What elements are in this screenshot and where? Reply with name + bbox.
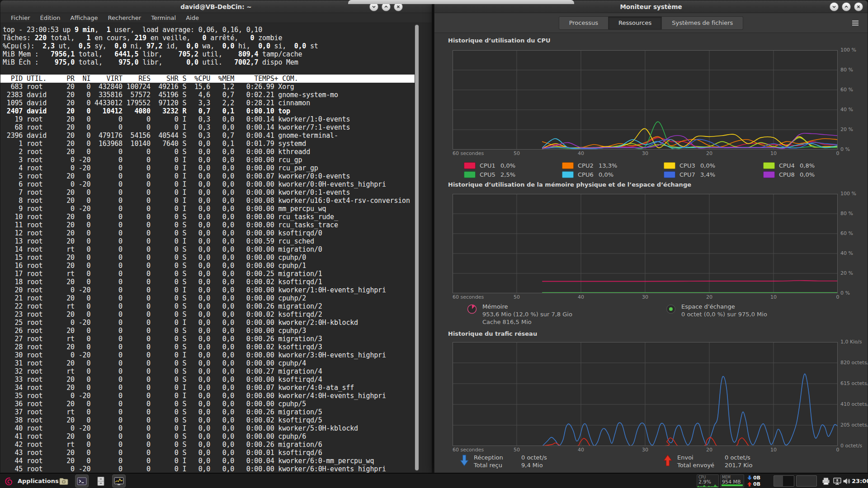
process-table-header: PID UTIL. PR NI VIRT RES SHR S %CPU %MEM… [0,75,415,83]
process-row: 2383 david 20 0 335816 57572 45196 S 4,6… [0,91,432,99]
process-row: 15 root 20 0 0 0 0 S 0,0 0,0 0:00.00 cpu… [0,253,432,262]
system-monitor-launcher[interactable] [112,474,126,488]
tab-processus[interactable]: Processus [559,16,609,30]
tab-bar: ProcessusRessourcesSystèmes de fichiers [559,16,744,30]
axis-tick-label: 0 [836,447,840,453]
files-launcher[interactable] [57,474,71,488]
top-summary-line: %Cpu(s): 2,3 ut, 0,5 sy, 0,0 ni, 97,2 id… [0,42,432,50]
process-row: 35 root 0 -20 0 0 0 I 0,0 0,0 0:00.00 kw… [0,392,432,400]
axis-tick-label: 60 secondes [453,447,484,453]
menu-item-aide[interactable]: Aide [181,13,204,23]
volume-tray-button[interactable] [842,476,852,486]
axis-tick-label: 205 octets/s [840,422,868,428]
axis-tick-label: 100 % [840,191,856,197]
cpu-legend-item-cpu2: CPU213,3% [562,162,664,169]
cpu-history-plot [453,50,838,150]
workspace-1-button[interactable] [774,475,794,487]
cpu-legend-item-cpu6: CPU60,0% [562,171,664,178]
cpu-sparkline [697,483,718,487]
network-history-chart: 1,0 Kio/s820 octets/s615 octets/s410 oct… [453,342,838,446]
network-x-axis: 60 secondes50403020100 [453,447,838,453]
display-tray-button[interactable] [832,476,842,486]
process-row: 23 root 20 0 0 0 0 S 0,0 0,0 0:00.02 kso… [0,310,432,319]
file-cabinet-icon [95,476,106,487]
tab-syste-mes-de-fichiers[interactable]: Systèmes de fichiers [662,16,743,30]
net-down-value: 0B [753,475,760,481]
sent-total-label: Total envoyé [677,461,725,469]
process-row: 10 root 20 0 0 0 0 S 0,0 0,0 0:00.00 rcu… [0,213,432,221]
process-row: 11 root 20 0 0 0 0 S 0,0 0,0 0:00.00 rcu… [0,221,432,229]
memory-history-plot [453,194,838,293]
close-button[interactable] [854,2,863,11]
terminal-menubar: FichierÉditionAffichageRechercherTermina… [0,13,432,23]
workspace-windows-preview [783,476,794,486]
maximize-button[interactable] [842,2,851,11]
axis-tick-label: 820 octets/s [840,360,868,366]
applications-menu-button[interactable]: Applications [4,474,59,488]
send-rate: 0 octet/s [725,454,752,461]
process-row: 683 root 20 0 432840 100724 49216 S 15,6… [0,83,432,91]
axis-tick-label: 40 [578,447,584,453]
process-row: 4 root 0 -20 0 0 0 I 0,0 0,0 0:00.00 rcu… [0,164,432,172]
workspace-2-button[interactable] [796,475,817,487]
axis-tick-label: 20 % [840,270,853,276]
memory-section-title: Historique d’utilisation de la mémoire p… [448,181,691,188]
taskbar-panel: Applications [0,473,868,488]
minimize-button[interactable] [830,2,839,11]
process-row: 44 root 20 0 0 0 0 I 0,0 0,0 0:00.04 kwo… [0,457,432,465]
legend-swatch [464,171,476,178]
menu-item-fichier[interactable]: Fichier [6,13,35,23]
cpu-legend-item-cpu7: CPU73,4% [664,171,763,178]
terminal-scrollbar[interactable] [415,24,419,471]
process-row: 8 root 20 0 0 0 0 I 0,0 0,0 0:00.08 kwor… [0,197,432,205]
top-summary-line: top - 23:00:53 up 9 min, 1 user, load av… [0,26,432,34]
process-row: 68 root 20 0 0 0 0 I 0,3 0,0 0:00.14 kwo… [0,123,432,131]
cpu-legend-item-cpu5: CPU52,5% [464,171,562,178]
menu-button[interactable] [849,17,862,29]
tab-ressources[interactable]: Ressources [609,16,662,30]
process-row: 37 root rt 0 0 0 0 S 0,0 0,0 0:00.26 mig… [0,408,432,416]
scrollbar-thumb[interactable] [415,25,419,470]
menu-item-terminal[interactable]: Terminal [146,13,181,23]
hamburger-icon [852,20,859,26]
speaker-icon [842,477,851,486]
memory-cache-text: Cache 816,5 Mio [482,318,572,326]
cpu-legend-item-cpu3: CPU30,0% [664,162,763,169]
terminal-window: david@VB-DebCin: ~ FichierÉditionAfficha… [0,0,432,473]
legend-swatch [763,162,775,169]
file-cabinet-launcher[interactable] [94,474,108,488]
menu-item-edition[interactable]: Édition [35,13,66,23]
process-row: 14 root rt 0 0 0 0 S 0,0 0,0 0:00.00 mig… [0,245,432,253]
menu-item-rechercher[interactable]: Rechercher [103,13,146,23]
menu-item-affichage[interactable]: Affichage [65,13,103,23]
chevron-down-icon [371,4,377,9]
terminal-launcher[interactable] [75,474,89,488]
process-row: 22 root rt 0 0 0 0 S 0,0 0,0 0:00.26 mig… [0,302,432,310]
memory-applet[interactable]: MEM 954 MB [720,474,744,488]
clock[interactable]: 23:00 [852,474,868,488]
process-row: 26 root 20 0 0 0 0 S 0,0 0,0 0:00.00 cpu… [0,327,432,335]
memory-history-chart: 100 %80 %60 %40 %20 %0 % 60 secondes5040… [453,194,838,293]
sent-total: 201,7 Kio [725,461,752,469]
axis-tick-label: 20 % [840,127,853,132]
folder-icon [58,476,69,487]
axis-tick-label: 10 [770,294,777,300]
network-applet[interactable]: 0B 0B [747,474,768,488]
terminal-screen[interactable]: top - 23:00:53 up 9 min, 1 user, load av… [0,23,432,473]
printer-tray-button[interactable] [821,476,831,486]
send-legend-item: Envoi 0 octet/s Total envoyé 201,7 Kio [663,454,752,469]
printer-icon [821,477,830,486]
axis-tick-label: 10 [770,150,777,156]
axis-tick-label: 20 [706,294,712,300]
memory-pie-icon [466,303,478,314]
memory-applet-bar [722,484,743,486]
process-row: 13 root 20 0 0 0 0 I 0,0 0,0 0:00.59 rcu… [0,237,432,245]
process-row: 25 root 0 -20 0 0 0 I 0,0 0,0 0:00.00 kw… [0,319,432,327]
top-summary-line: Tâches: 220 total, 1 en cours, 219 en ve… [0,34,432,42]
process-row: 9 root 0 -20 0 0 0 I 0,0 0,0 0:00.00 mm_… [0,205,432,213]
upload-arrow-icon [747,482,752,487]
desktop: david@VB-DebCin: ~ FichierÉditionAfficha… [0,0,868,488]
cpu-applet[interactable]: CPU 2.9% [697,474,719,488]
axis-tick-label: 80 % [840,211,853,216]
axis-tick-label: 30 [642,150,648,156]
